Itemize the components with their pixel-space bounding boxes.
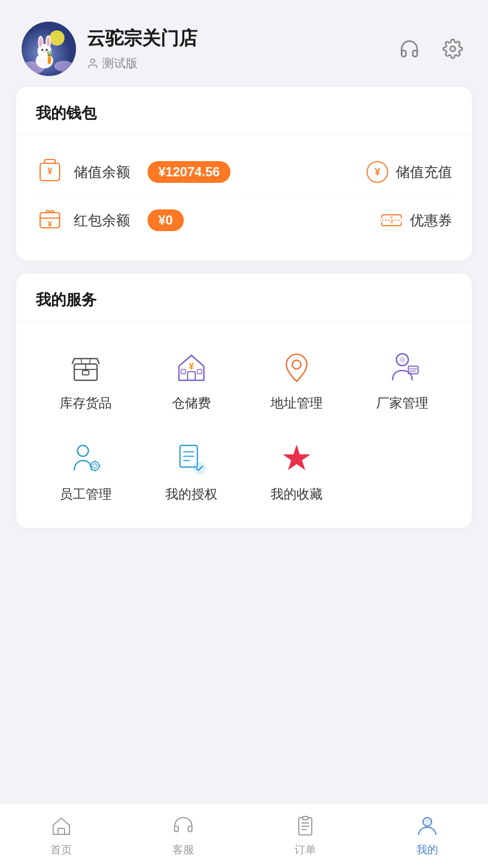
svg-point-15: [450, 46, 455, 52]
warehouse-icon: ¥: [172, 349, 210, 387]
svg-point-2: [54, 61, 74, 72]
wallet-divider: [16, 135, 472, 135]
recharge-button[interactable]: ¥ 储值充值: [365, 160, 452, 184]
wallet-row-redpacket: ¥ 红包余额 ¥0 ¥ 券 优惠: [36, 196, 452, 244]
nav-home[interactable]: 首页: [0, 809, 122, 863]
service-item-address[interactable]: 地址管理: [247, 340, 347, 420]
bottom-nav: 首页 客服 订单: [0, 803, 488, 868]
header-icons: [396, 35, 466, 62]
svg-rect-13: [48, 56, 51, 64]
order-nav-icon: [293, 814, 317, 838]
employee-icon: [67, 440, 105, 478]
favorites-icon: [278, 440, 316, 478]
home-nav-icon: [49, 814, 73, 838]
svg-rect-33: [197, 369, 202, 374]
svg-point-10: [41, 49, 43, 51]
coupon-icon: ¥ 券: [380, 208, 403, 232]
nav-my-label: 我的: [416, 843, 438, 857]
wallet-row-savings: ¥ 储值余额 ¥12074.56 ¥ 储值充值: [36, 148, 452, 196]
svg-point-36: [400, 357, 405, 362]
header: 云驼宗关门店 测试版: [0, 0, 488, 87]
manufacturer-icon: [383, 349, 421, 387]
service-label-favorites: 我的收藏: [271, 486, 323, 503]
savings-label: 储值余额: [74, 163, 130, 182]
service-label-warehouse: 仓储费: [172, 394, 211, 412]
nav-service[interactable]: 客服: [122, 809, 244, 863]
wallet-left-redpacket: ¥ 红包余额 ¥0: [36, 206, 184, 234]
svg-rect-32: [181, 369, 185, 374]
service-item-warehouse[interactable]: ¥ 仓储费: [142, 340, 242, 420]
auth-icon: [172, 440, 210, 478]
svg-rect-30: [188, 372, 195, 380]
settings-button[interactable]: [439, 35, 466, 62]
services-card: 我的服务 库存货品: [16, 273, 472, 528]
svg-point-61: [423, 818, 432, 826]
service-item-manufacturer[interactable]: 厂家管理: [352, 340, 453, 420]
svg-text:¥: ¥: [48, 167, 53, 176]
recharge-icon: ¥: [365, 160, 389, 184]
avatar: [22, 22, 76, 76]
svg-text:¥: ¥: [48, 220, 52, 228]
svg-point-12: [44, 52, 46, 53]
header-left: 云驼宗关门店 测试版: [22, 22, 197, 76]
store-name: 云驼宗关门店: [87, 26, 197, 51]
svg-point-24: [399, 218, 403, 222]
svg-text:券: 券: [390, 220, 394, 224]
service-label-auth: 我的授权: [165, 486, 217, 503]
service-nav-icon: [171, 814, 195, 838]
svg-point-34: [292, 360, 301, 369]
redpacket-label: 红包余额: [74, 211, 130, 230]
wallet-left-savings: ¥ 储值余额 ¥12074.56: [36, 158, 230, 186]
service-label-address: 地址管理: [271, 394, 323, 412]
service-label-manufacturer: 厂家管理: [376, 394, 428, 412]
svg-marker-52: [284, 445, 310, 470]
svg-rect-29: [82, 371, 89, 375]
headset-button[interactable]: [396, 35, 423, 62]
badge-label: 测试版: [102, 55, 138, 72]
svg-point-9: [47, 37, 50, 47]
svg-text:¥: ¥: [375, 167, 380, 177]
redpacket-icon: ¥: [36, 206, 64, 234]
svg-point-42: [93, 464, 97, 468]
svg-point-7: [39, 37, 42, 47]
svg-point-3: [49, 30, 65, 46]
nav-service-label: 客服: [172, 843, 194, 857]
svg-rect-53: [58, 828, 65, 834]
redpacket-amount: ¥0: [147, 209, 184, 231]
services-title: 我的服务: [36, 290, 452, 310]
header-info: 云驼宗关门店 测试版: [87, 26, 197, 72]
service-item-favorites[interactable]: 我的收藏: [247, 431, 347, 512]
service-label-inventory: 库存货品: [60, 394, 112, 412]
nav-my[interactable]: 我的: [366, 809, 488, 863]
savings-amount: ¥12074.56: [147, 161, 230, 183]
service-item-inventory[interactable]: 库存货品: [36, 340, 136, 420]
wallet-card: 我的钱包 ¥ 储值余额 ¥12074.56 ¥ 储值充值: [16, 87, 472, 260]
recharge-label: 储值充值: [396, 163, 452, 182]
svg-text:¥: ¥: [390, 215, 393, 220]
svg-point-14: [91, 59, 94, 63]
nav-order[interactable]: 订单: [244, 809, 366, 863]
svg-point-51: [193, 462, 206, 475]
service-item-employee[interactable]: 员工管理: [36, 431, 136, 512]
store-badge: 测试版: [87, 55, 197, 72]
coupon-button[interactable]: ¥ 券 优惠券: [380, 208, 452, 232]
svg-point-11: [46, 49, 48, 51]
my-nav-icon: [415, 814, 439, 838]
address-icon: [278, 349, 316, 387]
service-item-auth[interactable]: 我的授权: [142, 431, 242, 512]
services-divider: [16, 321, 472, 322]
coupon-label: 优惠券: [410, 211, 452, 230]
wallet-title: 我的钱包: [36, 103, 452, 124]
nav-order-label: 订单: [294, 843, 316, 857]
svg-rect-58: [303, 816, 308, 820]
svg-text:¥: ¥: [189, 362, 194, 371]
svg-point-41: [91, 462, 99, 470]
service-label-employee: 员工管理: [60, 486, 112, 503]
inventory-icon: [67, 349, 105, 387]
nav-home-label: 首页: [50, 843, 72, 857]
svg-point-40: [78, 445, 88, 456]
services-grid: 库存货品 ¥ 仓储费: [36, 335, 452, 512]
savings-icon: ¥: [36, 158, 64, 186]
